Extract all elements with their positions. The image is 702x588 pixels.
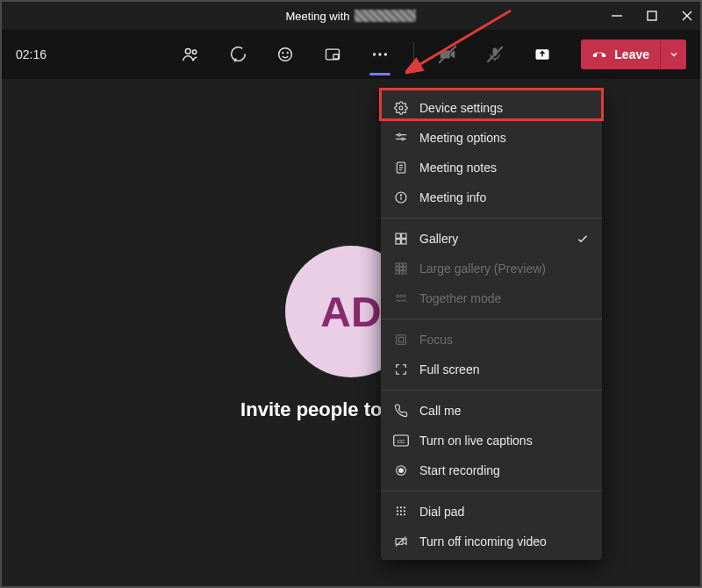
check-icon	[576, 232, 590, 246]
more-active-indicator	[369, 73, 390, 75]
svg-rect-36	[399, 263, 402, 266]
menu-label: Meeting info	[419, 190, 486, 204]
title-name-redacted	[355, 10, 416, 22]
menu-label: Turn off incoming video	[419, 534, 547, 549]
cc-icon: CC	[393, 433, 409, 448]
svg-point-60	[400, 513, 402, 515]
meeting-toolbar: 02:16	[2, 30, 700, 79]
window-title: Meeting with	[286, 10, 417, 23]
svg-rect-33	[396, 240, 400, 244]
svg-rect-62	[396, 539, 403, 545]
more-actions-menu: Device settings Meeting options Meeting …	[381, 90, 602, 560]
menu-label: Meeting options	[419, 131, 506, 145]
avatar-initials: AD	[320, 288, 381, 336]
notes-icon	[393, 160, 409, 176]
menu-call-me[interactable]: Call me	[381, 396, 602, 426]
menu-meeting-info[interactable]: Meeting info	[381, 183, 602, 212]
svg-point-44	[397, 295, 399, 298]
window-controls	[609, 2, 695, 30]
toolbar-divider	[413, 42, 414, 67]
svg-point-4	[186, 48, 191, 54]
svg-rect-34	[402, 240, 406, 244]
menu-label: Device settings	[419, 101, 503, 115]
svg-rect-43	[404, 271, 406, 274]
menu-turn-off-incoming-video[interactable]: Turn off incoming video	[381, 527, 602, 556]
menu-label: Start recording	[419, 463, 500, 477]
svg-point-19	[399, 106, 403, 110]
svg-line-14	[440, 46, 457, 63]
share-button[interactable]	[528, 40, 556, 68]
more-actions-button[interactable]	[366, 40, 394, 68]
svg-point-52	[399, 469, 404, 473]
info-icon	[393, 190, 409, 205]
svg-rect-40	[404, 267, 406, 269]
menu-start-recording[interactable]: Start recording	[381, 455, 602, 485]
svg-line-17	[488, 47, 503, 61]
menu-device-settings[interactable]: Device settings	[381, 93, 602, 123]
menu-label: Dial pad	[419, 505, 464, 519]
svg-rect-42	[399, 271, 402, 274]
menu-gallery[interactable]: Gallery	[381, 224, 602, 254]
svg-point-11	[373, 53, 376, 55]
menu-label: Turn on live captions	[419, 434, 533, 448]
svg-point-21	[398, 133, 401, 136]
svg-point-54	[400, 506, 402, 508]
menu-dial-pad[interactable]: Dial pad	[381, 497, 602, 527]
svg-point-12	[379, 53, 382, 55]
svg-text:CC: CC	[398, 439, 405, 444]
menu-separator	[381, 491, 602, 491]
svg-rect-1	[648, 11, 656, 20]
menu-meeting-notes[interactable]: Meeting notes	[381, 153, 602, 183]
menu-label: Full screen	[419, 362, 479, 376]
svg-point-56	[397, 510, 398, 512]
svg-rect-39	[399, 267, 402, 269]
svg-point-58	[404, 510, 405, 512]
menu-together-mode: Together mode	[381, 283, 602, 313]
svg-rect-32	[402, 233, 406, 238]
svg-rect-47	[397, 335, 406, 345]
svg-rect-37	[404, 263, 406, 266]
svg-point-57	[400, 510, 402, 512]
menu-label: Together mode	[419, 291, 501, 305]
menu-separator	[381, 390, 602, 391]
menu-separator	[381, 319, 602, 319]
menu-label: Large gallery (Preview)	[419, 262, 546, 276]
svg-point-46	[404, 295, 406, 298]
menu-live-captions[interactable]: CC Turn on live captions	[381, 426, 602, 455]
titlebar: Meeting with	[2, 2, 700, 30]
leave-group: Leave	[581, 39, 686, 69]
participants-button[interactable]	[176, 40, 204, 68]
reactions-button[interactable]	[271, 40, 299, 68]
people-row-icon	[393, 290, 409, 306]
menu-large-gallery: Large gallery (Preview)	[381, 254, 602, 283]
svg-rect-38	[396, 267, 398, 269]
svg-point-61	[404, 513, 405, 515]
svg-rect-35	[396, 263, 398, 266]
leave-button[interactable]: Leave	[581, 39, 660, 69]
menu-label: Gallery	[419, 232, 458, 246]
svg-rect-31	[396, 233, 400, 238]
svg-point-59	[397, 513, 398, 515]
rooms-button[interactable]	[319, 40, 347, 68]
maximize-button[interactable]	[644, 8, 660, 24]
chat-button[interactable]	[224, 40, 252, 68]
svg-point-6	[279, 48, 292, 61]
menu-full-screen[interactable]: Full screen	[381, 355, 602, 384]
mic-button[interactable]	[481, 40, 509, 68]
menu-label: Meeting notes	[419, 161, 497, 175]
grid-large-icon	[393, 261, 409, 276]
minimize-button[interactable]	[609, 8, 625, 24]
leave-caret-button[interactable]	[660, 39, 686, 69]
leave-label: Leave	[614, 47, 649, 61]
title-prefix: Meeting with	[286, 10, 350, 23]
camera-button[interactable]	[433, 40, 462, 68]
svg-point-7	[283, 53, 283, 54]
svg-point-30	[400, 195, 401, 196]
menu-label: Focus	[419, 333, 453, 347]
svg-point-5	[193, 50, 197, 54]
menu-separator	[381, 218, 602, 219]
menu-meeting-options[interactable]: Meeting options	[381, 123, 602, 153]
focus-icon	[393, 332, 409, 348]
close-button[interactable]	[679, 8, 695, 24]
svg-point-55	[404, 506, 405, 508]
